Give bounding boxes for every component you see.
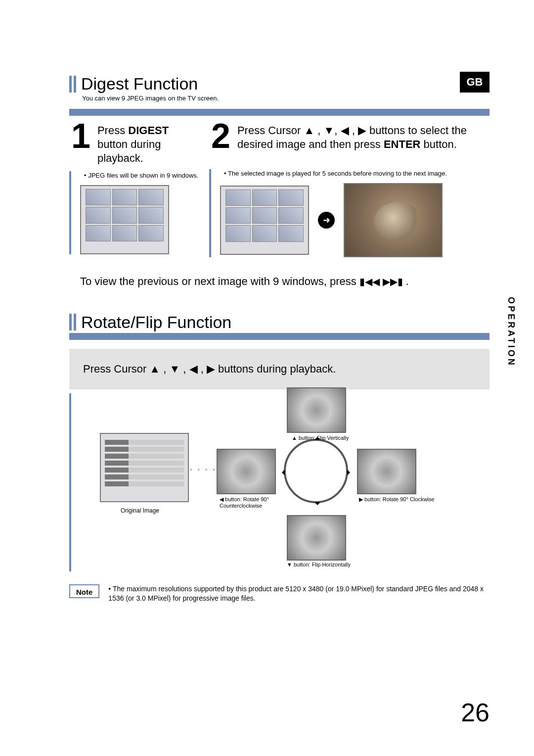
original-image-thumb: [100, 433, 189, 502]
accent-rule: [69, 109, 490, 116]
thumbnail-9grid: [80, 185, 169, 254]
step-number: 1: [71, 121, 90, 152]
manual-page: GB Digest Function You can view 9 JPEG i…: [0, 0, 534, 756]
step-1: 1 Press DIGEST button during playback. •…: [69, 116, 200, 257]
page-number: 26: [461, 698, 490, 727]
caption-down: ▼ button: Flip Horizontally: [287, 562, 351, 568]
step-2-text: Press Cursor ▲ , ▼, ◀ , ▶ buttons to sel…: [237, 124, 490, 151]
instruction-band: Press Cursor ▲ , ▼ , ◀ , ▶ buttons durin…: [69, 349, 490, 389]
step-number: 2: [211, 121, 230, 152]
rotate-ccw-thumb: [217, 449, 276, 494]
section-bars-icon: [69, 314, 76, 331]
note-badge: Note: [69, 584, 99, 598]
language-badge: GB: [460, 72, 490, 93]
step-2-bullet: • The selected image is played for 5 sec…: [220, 169, 490, 178]
between-steps-text: To view the previous or next image with …: [80, 275, 490, 288]
section-title-rotate: Rotate/Flip Function: [69, 313, 490, 332]
rotate-cw-thumb: [357, 449, 416, 494]
original-caption: Original Image: [121, 507, 159, 514]
note-row: Note • The maximum resolutions supported…: [69, 584, 490, 604]
digest-subcaption: You can view 9 JPEG images on the TV scr…: [82, 94, 490, 102]
note-text: • The maximum resolutions supported by t…: [108, 584, 490, 604]
skip-prev-icon: ▮◀◀: [359, 276, 380, 287]
step-1-text: Press DIGEST button during playback.: [97, 124, 200, 165]
steps-row: 1 Press DIGEST button during playback. •…: [69, 116, 490, 257]
section-bars-icon: [69, 76, 76, 93]
section-title-digest: Digest Function: [69, 74, 490, 94]
step-2: 2 Press Cursor ▲ , ▼, ◀ , ▶ buttons to s…: [209, 116, 490, 257]
caption-right: ▶ button: Rotate 90° Clockwise: [359, 496, 434, 503]
sidebar-section-label: OPERATION: [506, 297, 516, 367]
heading-text: Rotate/Flip Function: [81, 313, 231, 332]
sample-image: [344, 183, 443, 257]
rotate-diagram: Original Image • • • • • • • • • ▲ butto…: [69, 393, 490, 571]
flip-vertical-thumb: [287, 387, 346, 433]
flip-horizontal-thumb: [287, 515, 346, 561]
step-1-bullet: • JPEG files will be shown in 9 windows.: [80, 171, 200, 180]
section-rotate: Rotate/Flip Function Press Cursor ▲ , ▼ …: [69, 313, 490, 571]
heading-text: Digest Function: [81, 74, 198, 94]
dpad-ring-icon: [284, 439, 348, 503]
caption-left: ◀ button: Rotate 90°Counterclockwise: [220, 496, 269, 509]
accent-rule: [69, 333, 490, 340]
skip-next-icon: ▶▶▮: [383, 276, 403, 287]
arrow-right-icon: ➜: [318, 212, 335, 229]
thumbnail-9grid-selected: [220, 186, 309, 255]
caption-up: ▲ button: Flip Vertically: [292, 435, 349, 441]
